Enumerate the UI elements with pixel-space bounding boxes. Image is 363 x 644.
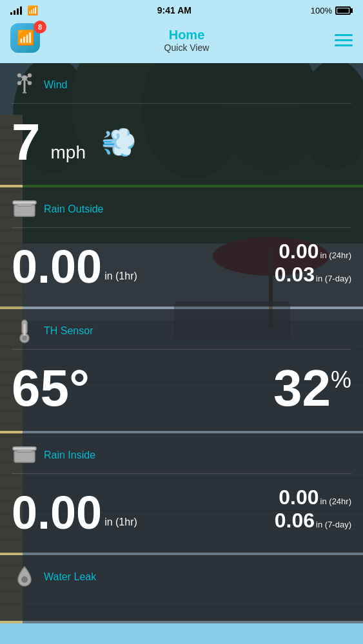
wind-unit: mph xyxy=(51,142,86,163)
th-humidity: 32% xyxy=(273,363,351,414)
rain-outside-7day-row: 0.03 in (7-day) xyxy=(275,264,351,285)
rain-inside-primary-value: 0.00 xyxy=(12,489,102,536)
rain-inside-24hr-value: 0.00 xyxy=(279,487,319,507)
water-leak-icon xyxy=(12,564,37,590)
th-sensor-label: TH Sensor xyxy=(44,325,93,337)
header-center: Home Quick View xyxy=(44,28,329,53)
svg-line-78 xyxy=(26,79,28,82)
signal-icon xyxy=(10,6,22,15)
status-bar: 📶 9:41 AM 100% xyxy=(0,0,363,21)
logo-wifi-icon: 📶 xyxy=(17,30,34,46)
app-logo[interactable]: 📶 8 xyxy=(10,23,44,57)
rain-outside-24hr-value: 0.00 xyxy=(279,241,319,261)
status-right: 100% xyxy=(311,6,353,15)
svg-rect-70 xyxy=(24,79,26,93)
header-title: Home xyxy=(44,28,329,43)
svg-rect-79 xyxy=(23,92,26,93)
sensor-cards-list: Wind 7 mph 💨 Rain Outsid xyxy=(0,63,363,621)
rain-outside-divider xyxy=(12,227,351,228)
th-humidity-unit: % xyxy=(331,366,351,393)
header-subtitle: Quick View xyxy=(44,43,329,53)
rain-inside-primary-unit: in (1hr) xyxy=(104,516,137,528)
rain-outside-values: 0.00 in (1hr) 0.00 in (24hr) 0.03 in (7-… xyxy=(12,236,351,295)
hamburger-line-2 xyxy=(335,39,353,41)
status-left: 📶 xyxy=(10,5,38,15)
rain-inside-secondary: 0.00 in (24hr) 0.06 in (7-day) xyxy=(275,487,351,536)
rain-inside-icon xyxy=(12,442,37,468)
rain-inside-header: Rain Inside xyxy=(12,442,351,468)
app-header: 📶 8 Home Quick View xyxy=(0,21,363,63)
water-leak-label: Water Leak xyxy=(44,571,96,583)
th-sensor-icon xyxy=(12,318,37,344)
rain-outside-primary-unit: in (1hr) xyxy=(104,270,137,282)
th-sensor-header: TH Sensor xyxy=(12,318,351,344)
rain-outside-7day-value: 0.03 xyxy=(275,264,315,285)
svg-point-86 xyxy=(22,336,27,341)
hamburger-line-1 xyxy=(335,34,353,36)
th-temperature: 65° xyxy=(12,363,90,414)
hamburger-line-3 xyxy=(335,44,353,46)
rain-inside-values: 0.00 in (1hr) 0.00 in (24hr) 0.06 in (7-… xyxy=(12,482,351,541)
svg-rect-85 xyxy=(24,324,26,336)
water-leak-header: Water Leak xyxy=(12,564,351,590)
svg-rect-89 xyxy=(13,447,36,450)
rain-outside-primary: 0.00 in (1hr) xyxy=(12,243,137,290)
wifi-icon: 📶 xyxy=(27,5,38,15)
wind-value-row: 7 mph 💨 xyxy=(12,111,351,173)
rain-inside-primary: 0.00 in (1hr) xyxy=(12,489,137,536)
rain-outside-label: Rain Outside xyxy=(44,204,104,215)
menu-button[interactable] xyxy=(329,28,353,52)
wind-card[interactable]: Wind 7 mph 💨 xyxy=(0,63,363,185)
wind-label: Wind xyxy=(44,79,67,91)
svg-rect-82 xyxy=(13,201,36,204)
th-values: 65° 32% xyxy=(12,357,351,419)
main-content-area: Wind 7 mph 💨 Rain Outsid xyxy=(0,63,363,621)
rain-outside-card[interactable]: Rain Outside 0.00 in (1hr) 0.00 in (24hr… xyxy=(0,187,363,307)
rain-inside-7day-row: 0.06 in (7-day) xyxy=(275,510,351,531)
rain-inside-divider xyxy=(12,473,351,474)
svg-point-90 xyxy=(21,576,28,583)
rain-inside-7day-unit: in (7-day) xyxy=(316,520,351,529)
rain-outside-primary-value: 0.00 xyxy=(12,243,102,290)
th-humidity-value: 32 xyxy=(273,359,331,417)
water-leak-card[interactable]: Water Leak xyxy=(0,555,363,621)
notification-badge: 8 xyxy=(34,21,46,33)
battery-icon xyxy=(335,6,353,15)
wind-value: 7 xyxy=(12,117,41,168)
rain-inside-24hr-row: 0.00 in (24hr) xyxy=(279,487,351,507)
wind-sensor-icon xyxy=(12,72,37,98)
rain-outside-icon xyxy=(12,196,37,222)
wind-divider xyxy=(12,103,351,104)
status-time: 9:41 AM xyxy=(157,5,191,15)
rain-outside-header: Rain Outside xyxy=(12,196,351,222)
rain-inside-24hr-unit: in (24hr) xyxy=(320,497,351,506)
rain-inside-label: Rain Inside xyxy=(44,450,95,461)
wind-gust-icon: 💨 xyxy=(101,126,137,159)
rain-outside-24hr-unit: in (24hr) xyxy=(320,251,351,260)
rain-outside-7day-unit: in (7-day) xyxy=(316,274,351,283)
battery-percent: 100% xyxy=(311,6,332,15)
th-divider xyxy=(12,349,351,350)
rain-outside-secondary: 0.00 in (24hr) 0.03 in (7-day) xyxy=(275,241,351,290)
rain-inside-7day-value: 0.06 xyxy=(275,510,315,531)
rain-outside-24hr-row: 0.00 in (24hr) xyxy=(279,241,351,261)
wind-card-header: Wind xyxy=(12,72,351,98)
th-sensor-card[interactable]: TH Sensor 65° 32% xyxy=(0,309,363,431)
rain-inside-card[interactable]: Rain Inside 0.00 in (1hr) 0.00 in (24hr)… xyxy=(0,433,363,553)
svg-line-77 xyxy=(21,79,23,82)
